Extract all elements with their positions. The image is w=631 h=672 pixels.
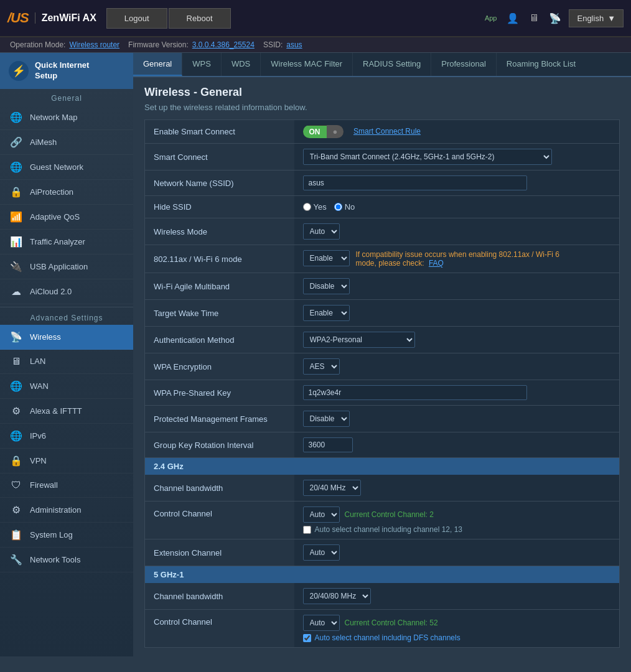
table-row: Smart Connect Tri-Band Smart Connect (2.…: [145, 144, 620, 170]
sidebar-item-ipv6[interactable]: 🌐 IPv6: [0, 424, 133, 449]
field-label: Wireless Mode: [145, 218, 294, 245]
ssid-input[interactable]: [303, 175, 527, 190]
sidebar-item-label: AiProtection: [30, 187, 73, 197]
wifi6-info-text: If compatibility issue occurs when enabl…: [356, 250, 568, 268]
wireless-mode-select[interactable]: Auto: [303, 223, 340, 240]
ctrl-ch-5-checkbox[interactable]: [303, 634, 311, 642]
sidebar-item-lan[interactable]: 🖥 LAN: [0, 350, 133, 374]
ctrl-ch-24-select[interactable]: Auto: [303, 506, 340, 523]
field-value: 20/40/80 MHz: [294, 583, 620, 610]
aimesh-icon: 🔗: [9, 136, 24, 148]
tab-general[interactable]: General: [133, 53, 182, 76]
sidebar-item-aiprotection[interactable]: 🔒 AiProtection: [0, 180, 133, 205]
ssid-link[interactable]: asus: [286, 40, 302, 49]
field-value: [294, 170, 620, 196]
firmware-link[interactable]: 3.0.0.4.386_25524: [192, 40, 255, 49]
reboot-button[interactable]: Reboot: [169, 8, 231, 29]
faq-link[interactable]: FAQ: [429, 259, 444, 268]
field-label: Target Wake Time: [145, 300, 294, 327]
sidebar-item-network-tools[interactable]: 🔧 Network Tools: [0, 548, 133, 572]
tab-wireless-mac-filter[interactable]: Wireless MAC Filter: [261, 53, 353, 76]
sidebar-item-traffic-analyzer[interactable]: 📊 Traffic Analyzer: [0, 230, 133, 254]
ctrl-ch-24-checkbox-label[interactable]: Auto select channel including channel 12…: [315, 525, 463, 534]
sidebar-item-label: System Log: [30, 530, 73, 539]
sidebar-item-aimesh[interactable]: 🔗 AiMesh: [0, 130, 133, 155]
ext-ch-24-select[interactable]: Auto: [303, 544, 340, 561]
sidebar-item-wireless[interactable]: 📡 Wireless: [0, 325, 133, 350]
field-value: Disable Enable: [294, 406, 620, 432]
hide-ssid-no-label[interactable]: No: [334, 202, 355, 212]
smart-connect-select[interactable]: Tri-Band Smart Connect (2.4GHz, 5GHz-1 a…: [303, 149, 552, 165]
ch-bw-5-select[interactable]: 20/40/80 MHz: [303, 588, 371, 604]
sidebar-item-network-map[interactable]: 🌐 Network Map: [0, 105, 133, 130]
field-value: ON ● Smart Connect Rule: [294, 120, 620, 144]
aiprotection-icon: 🔒: [9, 186, 24, 198]
table-row: Channel bandwidth 20/40/80 MHz: [145, 583, 620, 610]
toggle-on[interactable]: ON ●: [303, 125, 344, 138]
tab-bar: General WPS WDS Wireless MAC Filter RADI…: [133, 53, 631, 77]
ctrl-ch-24-checkbox-row: Auto select channel including channel 12…: [303, 525, 611, 534]
tab-roaming-block-list[interactable]: Roaming Block List: [497, 53, 586, 76]
sidebar-item-firewall[interactable]: 🛡 Firewall: [0, 474, 133, 498]
header-icons: App 👤 🖥 📡: [485, 12, 562, 24]
field-value: [294, 432, 620, 458]
ctrl-ch-24-checkbox[interactable]: [303, 526, 311, 534]
toggle-circle: ●: [327, 125, 344, 138]
sidebar-item-alexa[interactable]: ⚙ Alexa & IFTTT: [0, 399, 133, 424]
app-icon: App: [485, 14, 497, 22]
ctrl-ch-5-select[interactable]: Auto: [303, 615, 340, 631]
table-row: Group Key Rotation Interval: [145, 432, 620, 458]
section-24ghz-label: 2.4 GHz: [145, 458, 620, 475]
tab-radius-setting[interactable]: RADIUS Setting: [353, 53, 431, 76]
table-row: Protected Management Frames Disable Enab…: [145, 406, 620, 432]
pmf-select[interactable]: Disable Enable: [303, 411, 350, 427]
field-label: Smart Connect: [145, 144, 294, 170]
sidebar-item-aicloud[interactable]: ☁ AiCloud 2.0: [0, 279, 133, 304]
wpa-key-input[interactable]: [303, 385, 527, 400]
auth-method-select[interactable]: WPA2-Personal: [303, 332, 415, 348]
page-content: Wireless - General Set up the wireless r…: [133, 77, 631, 656]
quick-internet-setup[interactable]: ⚡ Quick InternetSetup: [0, 53, 133, 89]
tab-wps[interactable]: WPS: [182, 53, 222, 76]
target-wake-select[interactable]: Enable Disable: [303, 305, 350, 321]
language-selector[interactable]: English ▼: [569, 9, 624, 27]
logout-button[interactable]: Logout: [106, 8, 167, 29]
ch-bw-24-select[interactable]: 20/40 MHz: [303, 480, 361, 496]
ctrl-ch-5-checkbox-label[interactable]: Auto select channel including DFS channe…: [315, 633, 460, 642]
smart-connect-rule-link[interactable]: Smart Connect Rule: [353, 127, 421, 136]
sidebar-item-guest-network[interactable]: 🌐 Guest Network: [0, 155, 133, 180]
network-tools-icon: 🔧: [9, 554, 24, 566]
sidebar-item-adaptive-qos[interactable]: 📶 Adaptive QoS: [0, 205, 133, 230]
sidebar-item-vpn[interactable]: 🔒 VPN: [0, 449, 133, 474]
sidebar-item-administration[interactable]: ⚙ Administration: [0, 498, 133, 523]
quick-setup-label: Quick InternetSetup: [35, 60, 89, 82]
aicloud-icon: ☁: [9, 286, 24, 297]
tab-professional[interactable]: Professional: [431, 53, 497, 76]
operation-mode-link[interactable]: Wireless router: [69, 40, 119, 49]
hide-ssid-yes-radio[interactable]: [303, 203, 311, 211]
usb-application-icon: 🔌: [9, 261, 24, 273]
monitor-icon[interactable]: 🖥: [529, 12, 539, 24]
sidebar-item-label: Traffic Analyzer: [30, 237, 85, 246]
sidebar-item-syslog[interactable]: 📋 System Log: [0, 523, 133, 548]
hide-ssid-no-radio[interactable]: [334, 203, 342, 211]
hide-ssid-yes-label[interactable]: Yes: [303, 202, 327, 212]
tab-wds[interactable]: WDS: [222, 53, 261, 76]
table-row: WPA Encryption AES: [145, 353, 620, 380]
table-row: Network Name (SSID): [145, 170, 620, 196]
sidebar-item-wan[interactable]: 🌐 WAN: [0, 374, 133, 399]
content-area: General WPS WDS Wireless MAC Filter RADI…: [133, 53, 631, 656]
table-row: Enable Smart Connect ON ● Smart Connect …: [145, 120, 620, 144]
wifi-agile-select[interactable]: Disable Enable: [303, 278, 350, 294]
field-value: WPA2-Personal: [294, 327, 620, 353]
wifi-share-icon[interactable]: 📡: [549, 12, 561, 24]
table-row: Hide SSID Yes No: [145, 196, 620, 218]
user-icon[interactable]: 👤: [507, 12, 519, 24]
wpa-enc-select[interactable]: AES: [303, 358, 340, 375]
wifi6-select[interactable]: Enable Disable: [303, 250, 350, 266]
header: /US ZenWiFi AX Logout Reboot App 👤 🖥 📡 E…: [0, 0, 631, 37]
table-row: Target Wake Time Enable Disable: [145, 300, 620, 327]
sidebar-item-label: LAN: [30, 357, 45, 366]
group-key-input[interactable]: [303, 437, 353, 452]
sidebar-item-usb-application[interactable]: 🔌 USB Application: [0, 254, 133, 279]
